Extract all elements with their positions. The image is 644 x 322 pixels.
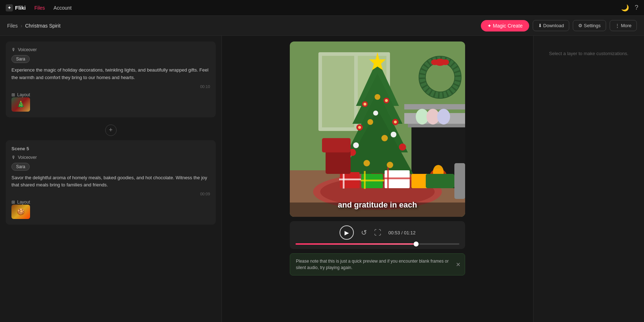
scene5-layout: ⊞ Layout 🍪 xyxy=(11,200,210,219)
notification-close-button[interactable]: ✕ xyxy=(456,261,460,268)
svg-point-45 xyxy=(358,126,361,129)
svg-point-36 xyxy=(381,135,388,141)
logo-icon: ✦ xyxy=(6,4,13,11)
svg-rect-58 xyxy=(322,138,351,152)
more-button[interactable]: ⋮ More xyxy=(610,20,637,31)
svg-point-37 xyxy=(364,160,370,166)
notification-bar: Please note that this is just a quick pr… xyxy=(290,253,465,275)
layout2-grid-icon: ⊞ xyxy=(11,200,15,205)
current-time: 00:53 xyxy=(389,230,400,235)
notification-text: Please note that this is just a quick pr… xyxy=(296,258,459,271)
video-controls: ▶ ↺ ⛶ 00:53 / 01:12 xyxy=(290,221,465,249)
scene4-layout: ⊞ Layout 🎄 xyxy=(11,92,210,112)
play-button[interactable]: ▶ xyxy=(340,225,354,240)
svg-point-44 xyxy=(385,99,388,102)
scene4-thumbnail[interactable]: 🎄 xyxy=(11,97,30,112)
right-panel-hint: Select a layer to make customizations. xyxy=(549,50,629,57)
scene5-card: Scene 5 🎙 Voiceover Sara Savor the delig… xyxy=(6,140,216,225)
top-nav: ✦ Fliki Files Account 🌙 ? xyxy=(0,0,644,16)
svg-point-46 xyxy=(394,121,397,123)
svg-point-35 xyxy=(367,119,373,125)
svg-point-41 xyxy=(353,142,359,148)
svg-rect-55 xyxy=(384,177,411,179)
app-logo[interactable]: ✦ Fliki xyxy=(6,4,26,11)
svg-rect-59 xyxy=(426,174,454,188)
controls-row: ▶ ↺ ⛶ 00:53 / 01:12 xyxy=(296,225,459,240)
play-icon: ▶ xyxy=(345,229,349,236)
scene5-layout-label: ⊞ Layout xyxy=(11,200,210,205)
svg-rect-49 xyxy=(339,179,361,180)
scene4-layout-label: ⊞ Layout xyxy=(11,92,210,97)
svg-point-43 xyxy=(364,103,366,106)
layout-grid-icon: ⊞ xyxy=(11,92,15,97)
fullscreen-icon[interactable]: ⛶ xyxy=(374,229,381,237)
magic-create-button[interactable]: ✦ Magic Create xyxy=(481,20,529,31)
scene4-voiceover-label: 🎙 Voiceover xyxy=(11,47,210,52)
progress-handle[interactable] xyxy=(414,241,419,247)
left-panel: 🎙 Voiceover Sara Experience the magic of… xyxy=(0,36,222,322)
breadcrumb-separator: › xyxy=(21,23,23,29)
progress-bar[interactable] xyxy=(296,243,459,245)
scene5-header: Scene 5 xyxy=(11,146,210,151)
scene4-card: 🎙 Voiceover Sara Experience the magic of… xyxy=(6,42,216,117)
christmas-scene-svg xyxy=(290,42,465,217)
svg-rect-60 xyxy=(454,163,465,199)
svg-rect-52 xyxy=(361,180,384,181)
nav-files[interactable]: Files xyxy=(34,5,45,11)
settings-button[interactable]: ⚙ Settings xyxy=(573,20,606,31)
breadcrumb: Files › Christmas Spirit xyxy=(7,23,60,29)
nav-right: 🌙 ? xyxy=(621,4,638,12)
help-icon[interactable]: ? xyxy=(635,4,638,11)
breadcrumb-actions: ✦ Magic Create ⬇ Download ⚙ Settings ⋮ M… xyxy=(481,20,637,31)
progress-filled xyxy=(296,243,416,245)
video-container: and gratitude in each xyxy=(290,42,465,217)
scene5-voiceover-label: 🎙 Voiceover xyxy=(11,155,210,160)
total-time: 01:12 xyxy=(404,230,416,235)
breadcrumb-root[interactable]: Files xyxy=(7,23,18,29)
scene4-text[interactable]: Experience the magic of holiday decorati… xyxy=(11,67,210,82)
svg-point-21 xyxy=(431,59,438,65)
add-scene-button[interactable]: + xyxy=(105,125,117,136)
dark-mode-icon[interactable]: 🌙 xyxy=(621,4,629,12)
right-panel: Select a layer to make customizations. xyxy=(533,36,644,322)
svg-point-33 xyxy=(399,143,406,151)
center-panel: and gratitude in each ▶ ↺ ⛶ 00:53 / 01:1… xyxy=(222,36,533,322)
breadcrumb-bar: Files › Christmas Spirit ✦ Magic Create … xyxy=(0,16,644,36)
download-button[interactable]: ⬇ Download xyxy=(533,20,569,31)
nav-account[interactable]: Account xyxy=(54,5,72,11)
scene5-duration: 00:09 xyxy=(11,192,210,196)
svg-point-39 xyxy=(373,111,378,116)
scene5-text[interactable]: Savor the delightful aroma of homely mea… xyxy=(11,174,210,189)
scene4-avatar[interactable]: Sara xyxy=(11,55,30,63)
video-subtitle: and gratitude in each xyxy=(290,200,465,210)
svg-point-22 xyxy=(442,59,449,65)
main-layout: 🎙 Voiceover Sara Experience the magic of… xyxy=(0,36,644,322)
svg-point-34 xyxy=(375,94,380,100)
svg-rect-11 xyxy=(404,104,465,109)
plus-icon: + xyxy=(109,126,113,134)
replay-icon[interactable]: ↺ xyxy=(361,228,367,237)
microphone-icon: 🎙 xyxy=(11,47,16,52)
time-display: 00:53 / 01:12 xyxy=(389,230,416,235)
breadcrumb-current: Christmas Spirit xyxy=(25,23,60,29)
app-title: Fliki xyxy=(15,5,26,11)
svg-point-40 xyxy=(391,132,396,137)
scene5-avatar[interactable]: Sara xyxy=(11,163,30,171)
scene4-duration: 00:10 xyxy=(11,84,210,89)
scene5-thumbnail[interactable]: 🍪 xyxy=(11,205,30,219)
svg-point-14 xyxy=(437,109,450,125)
svg-point-38 xyxy=(387,162,393,168)
microphone2-icon: 🎙 xyxy=(11,155,16,160)
